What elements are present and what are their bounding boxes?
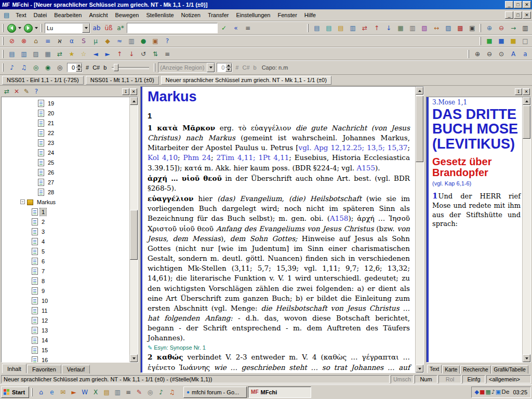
tree-item[interactable]: 13 bbox=[2, 325, 129, 335]
dictionary-icon[interactable]: ◆ bbox=[102, 36, 113, 46]
scroll-up-button[interactable] bbox=[130, 97, 138, 105]
outline-icon[interactable]: ≡ bbox=[42, 36, 54, 46]
forward-history-dropdown[interactable] bbox=[34, 27, 39, 29]
note-label[interactable]: C# bbox=[242, 64, 249, 71]
exact-search-icon[interactable]: ab bbox=[91, 23, 102, 33]
internet-explorer-icon[interactable]: e bbox=[47, 387, 57, 398]
toolbar-grip[interactable] bbox=[480, 24, 481, 32]
concordance-icon[interactable]: ≈ bbox=[114, 36, 125, 46]
previous-reference-icon[interactable]: ↑ bbox=[371, 23, 382, 33]
back-button[interactable] bbox=[6, 23, 17, 33]
menu-fenster[interactable]: Fenster bbox=[274, 10, 301, 20]
compare-versions-icon[interactable]: ▦ bbox=[395, 23, 406, 33]
paint-icon[interactable]: ✎ bbox=[134, 387, 144, 398]
bookmark-list-icon[interactable]: ☆ bbox=[78, 49, 89, 59]
pin-pane-button[interactable]: ↧ bbox=[122, 88, 129, 95]
notepad-icon[interactable]: ▥ bbox=[112, 387, 123, 398]
locate-current-icon[interactable]: ⇄ bbox=[2, 87, 11, 96]
tile-windows-icon[interactable]: ▦ bbox=[42, 49, 54, 59]
mdi-restore-button[interactable]: □ bbox=[514, 11, 522, 19]
word-icon[interactable]: W bbox=[79, 387, 90, 398]
toolbar-grip[interactable] bbox=[154, 63, 155, 72]
tree-item[interactable]: 23 bbox=[2, 138, 129, 148]
task-mfchi[interactable]: MF MFchi bbox=[248, 387, 311, 398]
synopsis-link[interactable]: ✎Esyn: Synopse Nr. 1 bbox=[148, 344, 410, 351]
new-bible-window-icon[interactable]: ▤ bbox=[311, 23, 323, 33]
tree-item-mk-1[interactable]: 1 bbox=[2, 207, 129, 217]
interlinear-icon[interactable]: ▧ bbox=[419, 23, 430, 33]
back-history-dropdown[interactable] bbox=[17, 27, 22, 29]
bookmark-add-icon[interactable]: ★ bbox=[66, 49, 77, 59]
scroll-down-button[interactable] bbox=[130, 354, 138, 362]
stop-sync-icon[interactable]: ⊘ bbox=[6, 36, 18, 46]
export-icon[interactable]: → bbox=[508, 23, 519, 33]
link-windows-icon[interactable]: ⇄ bbox=[54, 49, 65, 59]
last-chapter-icon[interactable]: ↓ bbox=[126, 49, 137, 59]
explorer-icon[interactable]: ▤ bbox=[101, 387, 112, 398]
combo-dropdown-icon[interactable] bbox=[207, 63, 215, 72]
tab-favoriten[interactable]: Favoriten bbox=[27, 365, 61, 374]
antivirus-tray-icon[interactable]: ■ bbox=[480, 389, 485, 395]
note-label[interactable]: # bbox=[86, 64, 89, 71]
search-options-icon[interactable]: ≡ bbox=[242, 23, 254, 33]
maximize-button[interactable]: □ bbox=[514, 1, 522, 8]
child-caption-einl[interactable]: NSS01 - Einl 1,1 - 1/1 (-725) bbox=[2, 76, 84, 85]
toolbar-grip[interactable] bbox=[468, 50, 469, 58]
tree-item[interactable]: 3 bbox=[2, 227, 129, 236]
menu-transfer[interactable]: Transfer bbox=[204, 10, 233, 20]
tree-item[interactable]: 7 bbox=[2, 266, 129, 276]
new-commentary-window-icon[interactable]: ▤ bbox=[323, 23, 335, 33]
edit-entry-icon[interactable]: ✎ bbox=[22, 87, 31, 96]
duplicate-window-icon[interactable]: ▥ bbox=[347, 23, 358, 33]
translation-combo[interactable]: Lu bbox=[45, 23, 90, 33]
history-icon[interactable]: ↺ bbox=[138, 49, 149, 59]
scroll-up-button[interactable] bbox=[416, 87, 423, 95]
start-button[interactable]: Start bbox=[1, 387, 29, 398]
minimize-button[interactable]: _ bbox=[505, 1, 513, 8]
language-tray-icon[interactable]: De bbox=[501, 389, 509, 395]
tree-item[interactable]: 12 bbox=[2, 315, 129, 325]
hebrew-text-icon[interactable]: א bbox=[54, 36, 65, 46]
tree-scrollbar[interactable] bbox=[129, 97, 138, 362]
tree-item[interactable]: 16 bbox=[2, 355, 129, 362]
zoom-reset-icon[interactable]: ⊙ bbox=[496, 49, 507, 59]
images-icon[interactable]: ▣ bbox=[150, 36, 161, 46]
tree-item[interactable]: 8 bbox=[2, 276, 129, 286]
column-add-icon[interactable]: ⊕ bbox=[484, 23, 495, 33]
commentary-document[interactable]: Markus 1 1 κατὰ Μᾶρκον erg. τὸ εὐαγγέλιο… bbox=[141, 87, 415, 373]
slider-thumb[interactable] bbox=[114, 64, 118, 71]
transpose-up-button[interactable] bbox=[76, 63, 82, 68]
taskbar-grip[interactable] bbox=[31, 388, 33, 396]
tree-item[interactable]: 6 bbox=[2, 256, 129, 266]
show-desktop-icon[interactable]: ⌂ bbox=[36, 387, 46, 398]
tempo-slider[interactable] bbox=[112, 63, 149, 72]
menu-datei[interactable]: Datei bbox=[30, 10, 51, 20]
next-reference-icon[interactable]: ↓ bbox=[383, 23, 394, 33]
highlight-green-icon[interactable]: ■ bbox=[484, 36, 495, 46]
tree-item[interactable]: 28 bbox=[2, 187, 129, 197]
child-caption-mk[interactable]: Neuer sprachlicher Schlüssel zum griech.… bbox=[161, 76, 331, 85]
document-scrollbar[interactable] bbox=[415, 87, 423, 373]
parallel-scrollbar[interactable] bbox=[522, 97, 530, 362]
scroll-thumb[interactable] bbox=[523, 105, 530, 139]
toolbar-grip[interactable] bbox=[307, 24, 309, 32]
tree-item[interactable]: 21 bbox=[2, 118, 129, 128]
calculator-icon[interactable]: ≡ bbox=[123, 387, 134, 398]
tab-inhalt[interactable]: Inhalt bbox=[2, 364, 26, 373]
help-icon[interactable]: ? bbox=[32, 87, 41, 96]
parallel-view-icon[interactable]: ▥ bbox=[126, 36, 137, 46]
scroll-thumb[interactable] bbox=[416, 96, 423, 162]
font-larger-icon[interactable]: A bbox=[508, 49, 519, 59]
scroll-down-button[interactable] bbox=[523, 354, 530, 362]
split-vertical-icon[interactable]: ▥ bbox=[18, 49, 30, 59]
menu-stellenliste[interactable]: Stellenliste bbox=[142, 10, 177, 20]
pin-pane-button[interactable]: ↧ bbox=[515, 88, 522, 95]
view-options-icon[interactable]: ≡ bbox=[162, 49, 173, 59]
refresh-icon[interactable]: ⇅ bbox=[150, 49, 161, 59]
tree-item[interactable]: 20 bbox=[2, 108, 129, 118]
tree-item[interactable]: 25 bbox=[2, 157, 129, 167]
umlaut-search-icon[interactable]: üß bbox=[103, 23, 114, 33]
volume-icon[interactable]: ♪ bbox=[156, 387, 166, 398]
menu-bearbeiten[interactable]: Bearbeiten bbox=[50, 10, 85, 20]
tree-item[interactable]: 10 bbox=[2, 296, 129, 305]
